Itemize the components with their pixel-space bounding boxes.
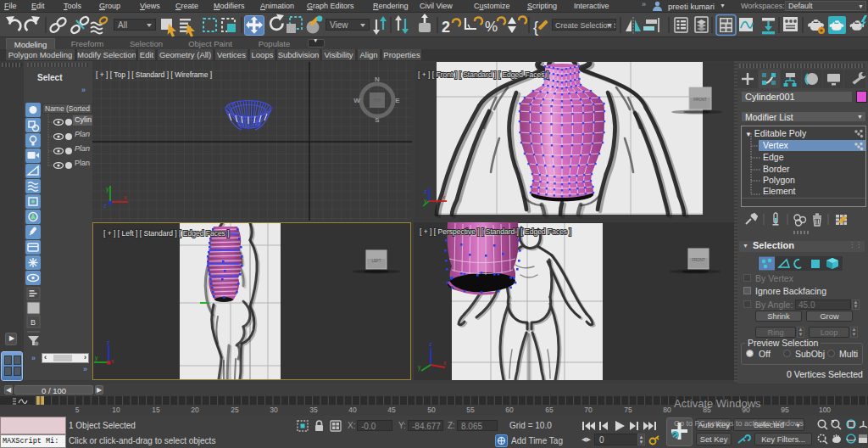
svg-text:z: z [424, 188, 427, 194]
svg-text:75: 75 [624, 406, 632, 414]
svg-text:80: 80 [663, 406, 671, 414]
svg-text:100: 100 [819, 406, 831, 414]
svg-text:65: 65 [545, 406, 554, 414]
svg-text:30: 30 [270, 406, 278, 414]
svg-text:FRONT: FRONT [693, 98, 707, 102]
svg-text:20: 20 [191, 406, 199, 414]
svg-text:z: z [429, 341, 432, 347]
svg-text:y: y [418, 364, 421, 371]
svg-text:y: y [106, 185, 109, 193]
svg-text:[ + ] [ Perspective ] [ Standa: [ + ] [ Perspective ] [ Standard ] [ Edg… [420, 227, 571, 236]
svg-text:%: % [485, 19, 498, 35]
svg-text:z: z [103, 202, 107, 210]
svg-text:5: 5 [75, 406, 80, 414]
svg-text:95: 95 [781, 406, 789, 414]
svg-text:[ + ] [ Left ] [ Standard ] [: [ + ] [ Left ] [ Standard ] [ Edged Face… [103, 229, 230, 238]
svg-text:55: 55 [466, 406, 475, 414]
svg-text:LEFT: LEFT [371, 259, 381, 263]
svg-text:B: B [31, 318, 36, 327]
svg-text:[ + ] [ Front ] [ Standard ] [: [ + ] [ Front ] [ Standard ] [ Edged Fac… [418, 70, 548, 79]
svg-text:z: z [107, 339, 110, 345]
svg-text:70: 70 [584, 406, 593, 414]
svg-text:y: y [424, 198, 427, 204]
svg-text:W: W [353, 97, 360, 104]
svg-text:15: 15 [152, 406, 160, 414]
svg-text:x: x [443, 360, 447, 366]
svg-text:60: 60 [505, 406, 514, 414]
svg-text:TOP: TOP [373, 98, 381, 103]
svg-text:x: x [111, 358, 114, 364]
svg-text:25: 25 [231, 406, 239, 414]
svg-text:y: y [95, 355, 98, 361]
svg-text:x: x [124, 193, 127, 201]
svg-text:{: { [533, 19, 538, 36]
svg-text:N: N [375, 76, 380, 83]
svg-text:40: 40 [348, 406, 357, 414]
svg-text:E: E [395, 97, 400, 104]
svg-text:FRONT: FRONT [692, 258, 705, 262]
svg-text:45: 45 [387, 406, 396, 414]
svg-text:[ + ] [ Top ] [ Standard ] [ W: [ + ] [ Top ] [ Standard ] [ Wireframe ] [96, 70, 212, 79]
svg-text:50: 50 [427, 406, 436, 414]
svg-text:2: 2 [442, 19, 450, 36]
svg-text:S: S [375, 116, 380, 124]
svg-text:35: 35 [309, 406, 318, 414]
svg-text:10: 10 [112, 406, 120, 414]
svg-text:x: x [442, 194, 446, 200]
